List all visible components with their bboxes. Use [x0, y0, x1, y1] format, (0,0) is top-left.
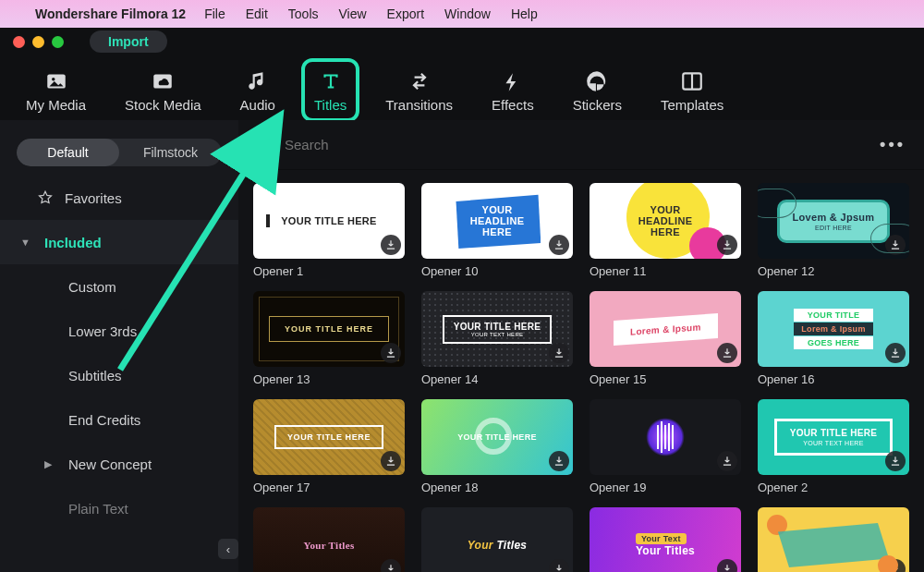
music-icon	[246, 69, 270, 93]
title-card[interactable]: Opener 19	[590, 399, 741, 494]
menu-view[interactable]: View	[339, 6, 367, 21]
download-icon[interactable]	[549, 451, 569, 471]
more-options-button[interactable]: •••	[880, 135, 906, 154]
title-card[interactable]: YOUR TITLE HEREOpener 1	[253, 183, 405, 278]
template-icon	[680, 69, 704, 93]
segment-filmstock[interactable]: Filmstock	[119, 139, 222, 166]
title-card[interactable]: Lovem & JpsumEDIT HEREOpener 12	[758, 183, 909, 278]
download-icon[interactable]	[381, 343, 401, 363]
import-button[interactable]: Import	[90, 30, 167, 53]
svg-point-5	[261, 139, 270, 148]
caret-down-icon: ▼	[20, 237, 30, 248]
title-card-label: Opener 15	[590, 372, 741, 386]
menu-export[interactable]: Export	[387, 6, 424, 21]
download-icon[interactable]	[885, 559, 906, 572]
download-icon[interactable]	[717, 235, 737, 255]
title-card[interactable]	[758, 507, 909, 572]
download-icon[interactable]	[717, 559, 737, 572]
sidebar-end-credits[interactable]: End Credits	[0, 397, 238, 442]
sidebar-included[interactable]: ▼ Included	[0, 220, 238, 264]
title-thumbnail: YOUR TITLE HERE	[253, 399, 405, 475]
download-icon[interactable]	[885, 343, 906, 363]
title-card[interactable]: YOURHEADLINEHEREOpener 11	[590, 183, 741, 278]
tool-templates[interactable]: Templates	[653, 64, 731, 116]
sidebar-lower-3rds[interactable]: Lower 3rds	[0, 309, 238, 353]
search-icon	[257, 136, 275, 154]
window-zoom-button[interactable]	[52, 36, 64, 48]
title-card[interactable]: YOUR TITLE HEREOpener 18	[421, 399, 573, 494]
tool-transitions[interactable]: Transitions	[378, 64, 460, 116]
title-card[interactable]: YOURHEADLINEHEREOpener 10	[421, 183, 573, 278]
primary-toolbar: My Media Stock Media Audio Titles Transi…	[0, 55, 924, 120]
download-icon[interactable]	[381, 235, 401, 255]
caret-right-icon: ▶	[44, 458, 54, 470]
download-icon[interactable]	[885, 451, 906, 471]
sidebar-item-label: Included	[44, 235, 102, 250]
window-close-button[interactable]	[13, 36, 25, 48]
mac-menu-bar: Wondershare Filmora 12 File Edit Tools V…	[0, 0, 924, 28]
sidebar-collapse-button[interactable]: ‹	[218, 539, 238, 559]
title-thumbnail: YOUR TITLE HEREYOUR TEXT HERE	[421, 291, 573, 367]
title-thumbnail: Lovem & JpsumEDIT HERE	[758, 183, 909, 259]
sidebar-subtitles[interactable]: Subtitles	[0, 353, 238, 397]
window-minimize-button[interactable]	[32, 36, 44, 48]
menu-edit[interactable]: Edit	[246, 6, 268, 21]
download-icon[interactable]	[717, 451, 737, 471]
title-card-label: Opener 19	[590, 481, 741, 494]
sidebar-item-label: Custom	[68, 279, 116, 295]
title-card[interactable]: YOUR TITLE HEREYOUR TEXT HEREOpener 2	[758, 399, 909, 494]
sticker-icon	[585, 69, 609, 93]
title-card[interactable]: YOUR TITLE HEREYOUR TEXT HEREOpener 14	[421, 291, 573, 386]
title-thumbnail: Your Titles	[421, 507, 573, 572]
title-card-label: Opener 11	[590, 264, 741, 278]
sidebar-custom[interactable]: Custom	[0, 264, 238, 309]
title-card[interactable]: Your Titles	[421, 507, 573, 572]
content-area: Default Filmstock Favorites ▼ Included C…	[0, 120, 924, 572]
download-icon[interactable]	[885, 235, 906, 255]
menu-window[interactable]: Window	[444, 6, 491, 21]
title-card[interactable]: YOUR TITLE HEREOpener 17	[253, 399, 405, 494]
titles-grid: YOUR TITLE HEREOpener 1YOURHEADLINEHEREO…	[238, 170, 924, 572]
tool-audio[interactable]: Audio	[233, 64, 283, 116]
download-icon[interactable]	[549, 235, 569, 255]
menu-tools[interactable]: Tools	[288, 6, 319, 21]
tool-stickers[interactable]: Stickers	[565, 64, 629, 116]
title-card-label: Opener 10	[421, 264, 573, 278]
title-card[interactable]: Lorem & IpsumOpener 15	[590, 291, 741, 386]
search-input[interactable]	[285, 137, 870, 152]
tool-my-media[interactable]: My Media	[18, 64, 93, 116]
download-icon[interactable]	[381, 559, 401, 572]
menu-help[interactable]: Help	[511, 6, 538, 21]
title-card[interactable]: YOUR TITLELorem & IpsumGOES HEREOpener 1…	[758, 291, 909, 386]
title-thumbnail: YOURHEADLINEHERE	[421, 183, 573, 259]
title-card[interactable]: YOUR TITLE HEREOpener 13	[253, 291, 405, 386]
tool-label: Stickers	[573, 97, 622, 113]
tool-titles[interactable]: Titles	[307, 64, 354, 116]
main-panel: ••• YOUR TITLE HEREOpener 1YOURHEADLINEH…	[238, 120, 924, 572]
title-thumbnail: YOUR TITLE HERE	[421, 399, 573, 475]
download-icon[interactable]	[549, 559, 569, 572]
tool-effects[interactable]: Effects	[484, 64, 541, 116]
title-thumbnail: YOURHEADLINEHERE	[590, 183, 741, 259]
svg-line-6	[269, 147, 273, 151]
title-thumbnail: YOUR TITLE HERE	[253, 291, 405, 367]
title-card[interactable]: Your TextYour Titles	[590, 507, 741, 572]
title-card-label: Opener 18	[421, 481, 573, 494]
title-card-label: Opener 14	[421, 372, 573, 386]
sidebar-new-concept[interactable]: ▶New Concept	[0, 442, 238, 486]
sidebar-favorites[interactable]: Favorites	[0, 176, 238, 220]
download-icon[interactable]	[381, 451, 401, 471]
sidebar-plain-text[interactable]: Plain Text	[0, 486, 238, 530]
text-icon	[319, 69, 343, 93]
tool-label: Effects	[492, 97, 534, 113]
download-icon[interactable]	[549, 343, 569, 363]
tool-stock-media[interactable]: Stock Media	[117, 64, 209, 116]
sidebar-item-label: End Credits	[68, 412, 140, 428]
cloud-icon	[151, 69, 175, 93]
title-thumbnail: Your Titles	[253, 507, 405, 572]
title-card[interactable]: Your Titles	[253, 507, 405, 572]
title-thumbnail	[758, 507, 909, 572]
download-icon[interactable]	[717, 343, 737, 363]
segment-default[interactable]: Default	[17, 139, 119, 166]
menu-file[interactable]: File	[204, 6, 225, 21]
